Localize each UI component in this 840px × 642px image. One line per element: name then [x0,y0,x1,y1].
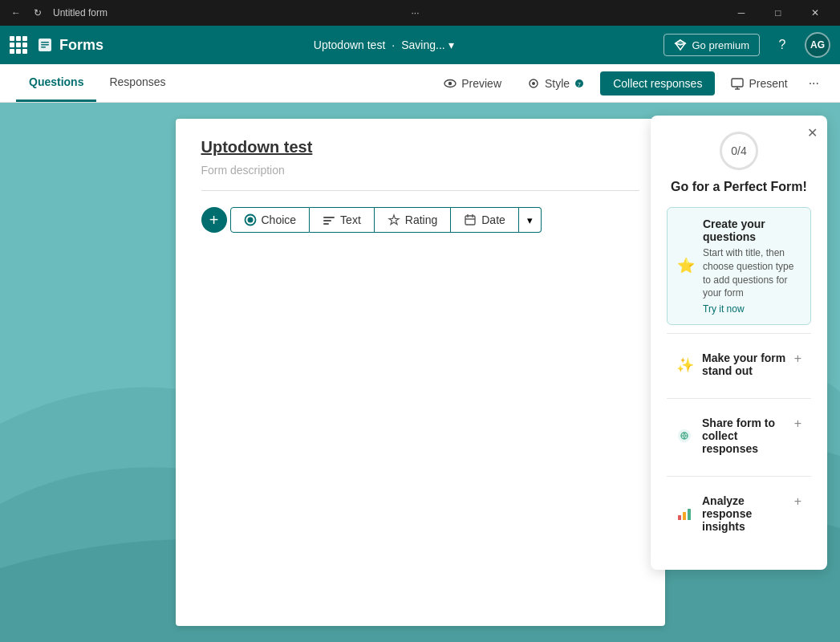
toolbar-actions: Preview Style 7 Collect responses Presen… [434,71,824,95]
stand-out-expand-icon[interactable]: + [794,351,801,366]
back-button[interactable]: ← [6,4,26,22]
date-icon [464,213,477,226]
more-toolbar-button[interactable]: ··· [804,71,824,95]
panel-separator-1 [667,333,811,334]
svg-rect-28 [678,515,681,520]
svg-rect-1 [41,42,49,43]
share-icon [676,428,696,447]
avatar[interactable]: AG [805,32,830,58]
panel-item-share-form[interactable]: Share form to collect responses + [667,407,811,468]
maximize-button[interactable]: □ [760,0,797,26]
eye-icon [444,77,457,90]
panel-title: Go for a Perfect Form! [667,180,811,194]
forms-logo-icon [37,37,53,53]
saving-label: Saving... [401,39,444,51]
form-description: Form description [201,163,639,177]
app-bar-right: Go premium ? AG [663,32,830,58]
title-bar-nav: ← ↻ [6,4,47,22]
date-type-button[interactable]: Date [451,207,519,233]
app-name: Forms [59,37,103,54]
panel-item-make-stand-out[interactable]: ✨ Make your form stand out + [667,342,811,390]
create-questions-desc: Start with title, then choose question t… [703,246,801,300]
style-button[interactable]: Style 7 [517,72,594,95]
text-type-button[interactable]: Text [310,207,375,233]
window-controls: ─ □ ✕ [723,0,834,26]
try-it-now-link[interactable]: Try it now [703,303,801,315]
refresh-button[interactable]: ↻ [29,4,47,22]
share-form-title: Share form to collect responses [702,416,794,455]
window-title: Untitled form [53,7,108,18]
chevron-down-icon: ▾ [527,214,533,226]
toolbar-tabs: Questions Responses [16,64,179,102]
collect-responses-button[interactable]: Collect responses [600,71,715,95]
main-content: Uptodown test Form description + [0,103,840,642]
premium-button[interactable]: Go premium [663,34,760,56]
preview-button[interactable]: Preview [434,72,511,95]
choice-type-button[interactable]: Choice [230,207,310,233]
more-options-button[interactable]: ··· [407,4,424,22]
chart-icon [676,506,696,525]
form-card: Uptodown test Form description + [176,119,665,626]
panel-item-create-questions[interactable]: ⭐ Create your questions Start with title… [667,207,811,325]
tab-questions[interactable]: Questions [16,64,96,102]
more-types-button[interactable]: ▾ [519,207,542,233]
question-type-toolbar: Choice Text [230,207,542,233]
diamond-icon [674,39,687,51]
form-description-text[interactable]: Form description [201,164,285,177]
form-actions: + Choice [176,191,665,249]
svg-point-7 [448,81,452,84]
waffle-menu-icon[interactable] [10,36,27,54]
analyze-insights-expand-icon[interactable]: + [794,494,801,509]
text-icon [323,213,335,226]
svg-text:7: 7 [578,81,581,87]
toolbar: Questions Responses Preview Style 7 [0,64,840,103]
svg-point-9 [532,82,535,85]
rating-type-button[interactable]: Rating [375,207,451,233]
stand-out-title: Make your form stand out [702,351,794,377]
add-question-button[interactable]: + [201,207,227,233]
share-form-icon [676,428,692,444]
svg-point-17 [247,217,253,223]
present-icon [731,77,744,90]
minimize-button[interactable]: ─ [723,0,760,26]
svg-rect-21 [465,216,475,225]
saving-button[interactable]: Saving... ▾ [401,39,453,51]
rating-icon [388,213,400,226]
share-form-expand-icon[interactable]: + [794,416,801,431]
app-bar: Forms Uptodown test · Saving... ▾ Go pre… [0,26,840,64]
style-badge-icon: 7 [574,79,584,88]
app-logo: Forms [37,37,103,54]
help-button[interactable]: ? [769,32,795,58]
close-button[interactable]: ✕ [797,0,834,26]
create-questions-title: Create your questions [703,217,801,243]
title-bar-center: ··· [407,4,424,22]
progress-value: 0/4 [731,144,746,157]
side-panel: ✕ 0/4 Go for a Perfect Form! ⭐ Create yo… [651,116,827,570]
title-bar-left: ← ↻ Untitled form [6,4,108,22]
app-bar-left: Forms [10,36,103,54]
present-button[interactable]: Present [721,72,797,95]
panel-separator-2 [667,398,811,399]
help-icon: ? [779,38,786,52]
star-icon: ⭐ [677,257,696,276]
svg-rect-2 [41,44,49,46]
svg-rect-12 [732,79,743,87]
svg-rect-18 [323,217,335,218]
svg-rect-30 [688,509,691,520]
panel-separator-3 [667,476,811,477]
form-title-text[interactable]: Uptodown test [201,138,313,156]
choice-icon [244,213,257,226]
tab-responses[interactable]: Responses [96,64,178,102]
sparkle-icon: ✨ [676,356,696,376]
progress-circle: 0/4 [720,132,758,170]
analyze-icon [676,506,692,522]
panel-item-analyze-insights[interactable]: Analyze response insights + [667,485,811,546]
svg-rect-19 [323,220,331,221]
panel-close-button[interactable]: ✕ [807,125,818,140]
svg-rect-20 [323,223,329,225]
style-icon [527,77,540,90]
app-bar-center: Uptodown test · Saving... ▾ [314,39,454,51]
premium-label: Go premium [692,39,749,51]
svg-marker-5 [676,40,685,45]
svg-rect-3 [41,47,46,48]
